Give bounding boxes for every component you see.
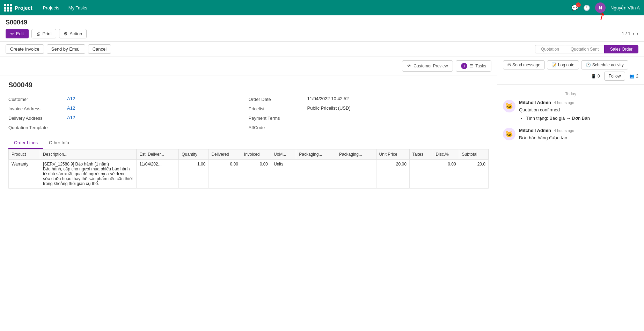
col-delivered: Delivered	[208, 149, 241, 160]
pager-next[interactable]: ›	[637, 31, 638, 37]
cell-invoiced: 0.00	[241, 160, 271, 189]
tasks-icon: ☰	[469, 64, 473, 68]
send-by-email-button[interactable]: Send by Email	[47, 44, 85, 54]
msg-body-2: Đơn bán hàng được tạo	[519, 134, 638, 141]
print-button[interactable]: 🖨 Print	[31, 29, 56, 38]
field-customer: Customer A12	[8, 96, 249, 102]
nav-menu: Projects My Tasks	[39, 3, 91, 13]
col-unit-price: Unit Price	[376, 149, 409, 160]
gear-icon: ⚙	[64, 31, 68, 36]
followers-count: 👥 2	[629, 74, 638, 79]
field-order-date: Order Date 11/04/2022 10:42:52	[249, 96, 489, 102]
col-taxes: Taxes	[409, 149, 433, 160]
message-item-2: 🐱 Mitchell Admin 4 hours ago Đơn bán hàn…	[503, 128, 638, 141]
message-icon: ✉	[507, 62, 511, 67]
cell-unit-price: 20.00	[376, 160, 409, 189]
chatter-messages: Today 🐱 Mitchell Admin 4 hours ago Quota…	[497, 84, 644, 331]
tab-order-lines[interactable]: Order Lines	[8, 137, 43, 149]
msg-author-1: Mitchell Admin	[519, 100, 551, 105]
status-sales-order: Sales Order	[604, 45, 638, 53]
order-table: Product Description... Est. Deliver... Q…	[8, 149, 489, 189]
followers-icon: 👥	[629, 74, 635, 79]
cell-quantity: 1.00	[179, 160, 208, 189]
form-doc-title: S00049	[8, 81, 489, 89]
log-note-button[interactable]: 📝 Log note	[547, 60, 579, 69]
tab-other-info[interactable]: Other Info	[43, 137, 75, 149]
cell-uom: Units	[271, 160, 296, 189]
tasks-button[interactable]: 1 ☰ Tasks	[456, 60, 491, 72]
field-group-left: Customer A12 Invoice Address A12 Deliver…	[8, 96, 249, 130]
col-subtotal: Subtotal	[459, 149, 488, 160]
cell-taxes	[409, 160, 433, 189]
cell-packaging2	[336, 160, 376, 189]
avatar-1: 🐱	[503, 100, 515, 112]
cell-product: Warranty	[9, 160, 40, 189]
app-logo[interactable]: Project	[4, 4, 32, 12]
tasks-count: 1	[461, 63, 467, 69]
clock-icon[interactable]: 🕐	[583, 5, 590, 11]
form-fields: Customer A12 Invoice Address A12 Deliver…	[8, 96, 489, 130]
nav-item-projects[interactable]: Projects	[39, 3, 63, 13]
table-body: Warranty [SERV_12588 9] Bảo hành (1 năm)…	[9, 160, 489, 189]
field-quotation-template: Quotation Template	[8, 124, 249, 130]
msg-header-1: Mitchell Admin 4 hours ago	[519, 100, 638, 105]
avatar-2: 🐱	[503, 128, 515, 140]
notification-badge: 2	[576, 2, 581, 7]
send-message-button[interactable]: ✉ Send message	[503, 60, 545, 69]
table-row[interactable]: Warranty [SERV_12588 9] Bảo hành (1 năm)…	[9, 160, 489, 189]
pager: 1 / 1 ‹ ›	[622, 31, 638, 37]
field-affcode: AffCode	[249, 124, 489, 130]
pager-text: 1 / 1	[622, 31, 630, 36]
action-button[interactable]: ⚙ Action	[59, 29, 87, 38]
field-delivery-address: Delivery Address A12	[8, 115, 249, 121]
cancel-button[interactable]: Cancel	[88, 44, 111, 54]
record-header: S00049 ✏ Edit 🖨 Print ⚙ Action 1 / 1 ‹ ›	[0, 15, 644, 42]
pencil-icon: ✏	[10, 31, 14, 36]
col-quantity: Quantity	[179, 149, 208, 160]
main-content: 👁 Customer Preview 1 ☰ Tasks S00049 Cust…	[0, 57, 644, 331]
nav-right: 💬 2 🕐 N Nguyễn Văn A	[571, 2, 640, 13]
edit-button[interactable]: ✏ Edit	[6, 29, 29, 38]
customer-preview-button[interactable]: 👁 Customer Preview	[402, 60, 453, 72]
cell-subtotal: 20.0	[459, 160, 488, 189]
col-invoiced: Invoiced	[241, 149, 271, 160]
status-bar: Quotation Quotation Sent Sales Order	[535, 45, 638, 53]
cell-description: [SERV_12588 9] Bảo hành (1 năm)Bảo hành,…	[40, 160, 137, 189]
field-invoice-address: Invoice Address A12	[8, 105, 249, 111]
note-icon: 📝	[551, 62, 557, 67]
col-disc: Disc.%	[433, 149, 459, 160]
app-name: Project	[15, 5, 32, 11]
status-quotation-sent: Quotation Sent	[565, 45, 604, 53]
chatter-follow: 📱 0 Follow 👥 2	[591, 72, 638, 81]
record-title: S00049	[6, 19, 638, 26]
messages-icon[interactable]: 💬 2	[571, 5, 578, 11]
cell-est-delivery: 11/04/202...	[137, 160, 179, 189]
sms-icon: 📱	[591, 74, 596, 79]
msg-content-2: Mitchell Admin 4 hours ago Đơn bán hàng …	[519, 128, 638, 141]
form-tabs: Order Lines Other Info	[8, 137, 489, 149]
avatar[interactable]: N	[595, 2, 606, 13]
sms-count: 📱 0	[591, 74, 600, 79]
follow-button[interactable]: Follow	[604, 72, 625, 81]
form-area: 👁 Customer Preview 1 ☰ Tasks S00049 Cust…	[0, 57, 497, 331]
field-pricelist: Pricelist Public Pricelist (USD)	[249, 105, 489, 111]
create-invoice-button[interactable]: Create Invoice	[6, 44, 44, 54]
schedule-activity-button[interactable]: 🕐 Schedule activity	[581, 60, 628, 69]
msg-detail-1: Tình trạng: Báo giá → Đơn Bán	[526, 115, 638, 122]
form-body: S00049 Customer A12 Invoice Address A12	[0, 75, 497, 194]
user-name: Nguyễn Văn A	[610, 5, 640, 10]
msg-header-2: Mitchell Admin 4 hours ago	[519, 128, 638, 133]
msg-author-2: Mitchell Admin	[519, 128, 551, 133]
pager-prev[interactable]: ‹	[632, 31, 634, 37]
nav-item-tasks[interactable]: My Tasks	[65, 3, 91, 13]
col-description: Description...	[40, 149, 137, 160]
status-quotation: Quotation	[535, 45, 565, 53]
col-est-delivery: Est. Deliver...	[137, 149, 179, 160]
cell-packaging1	[296, 160, 336, 189]
grid-icon	[4, 4, 12, 12]
msg-time-2: 4 hours ago	[554, 128, 574, 133]
field-group-right: Order Date 11/04/2022 10:42:52 Pricelist…	[249, 96, 489, 130]
cell-disc: 0.00	[433, 160, 459, 189]
page-wrap: S00049 ✏ Edit 🖨 Print ⚙ Action 1 / 1 ‹ ›…	[0, 15, 644, 331]
table-header: Product Description... Est. Deliver... Q…	[9, 149, 489, 160]
